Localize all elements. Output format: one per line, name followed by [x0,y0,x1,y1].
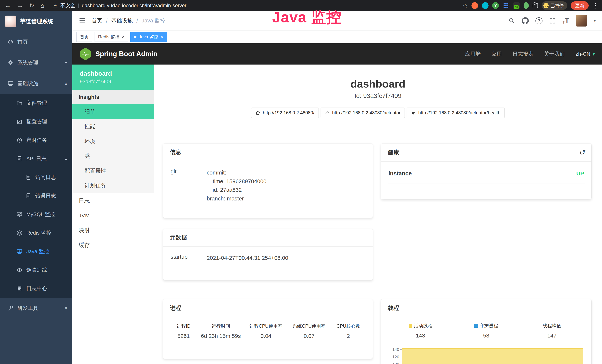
avatar-dropdown-icon[interactable] [594,19,596,23]
github-icon[interactable] [522,17,529,24]
info-git-row: git commit: time: 1596289704000 id: 27aa… [170,163,366,208]
address-bar[interactable]: 不安全 dashboard.yudao.iocoder.cn/infra/adm… [53,2,462,9]
spring-boot-logo-icon[interactable] [80,48,91,60]
sba-language-select[interactable]: zh-CN [576,51,595,57]
tab-label: Redis 监控 [98,34,119,40]
browser-forward-icon[interactable] [17,3,23,9]
process-col-sys-cpu: 系统CPU使用率 [288,323,331,329]
info-card: 信息 git commit: time: 1596289704000 id: 2… [163,143,373,218]
sidebar-item-file-management[interactable]: 文件管理 [0,94,72,112]
font-size-icon[interactable] [562,17,569,24]
sidebar-item-access-log[interactable]: 访问日志 [0,168,72,187]
fullscreen-icon[interactable] [549,17,556,24]
sidebar-item-scheduled-jobs[interactable]: 定时任务 [0,131,72,150]
browser-home-icon[interactable] [41,3,44,9]
process-card-title: 进程 [163,299,373,317]
tab-close-icon[interactable] [161,34,163,40]
info-card-title: 信息 [163,143,373,161]
extension-drop-icon[interactable] [482,2,489,9]
tab-label: 首页 [80,34,89,40]
extension-grid-icon[interactable] [503,2,509,9]
wrench-icon [325,110,330,115]
sidebar-item-system[interactable]: 系统管理 [0,52,72,73]
sidebar-item-java-monitor[interactable]: Java 监控 [0,242,72,261]
threads-chart-y-axis: 140 120 100 [388,346,402,364]
sba-menu-scheduled-tasks[interactable]: 计划任务 [72,178,154,193]
sidebar-item-mysql-monitor[interactable]: MySQL 监控 [0,205,72,224]
sidebar-item-home[interactable]: 首页 [0,32,72,52]
sidebar-item-log-center[interactable]: 日志中心 [0,279,72,298]
extension-y-icon[interactable] [492,2,499,9]
tabs-bar: 首页 Redis 监控 Java 监控 [72,30,602,43]
process-cores-value: 2 [331,333,366,339]
sidebar-item-dev-tools[interactable]: 研发工具 [0,298,72,319]
url-text[interactable]: dashboard.yudao.iocoder.cn/infra/admin-s… [82,3,186,9]
tab-java-monitor[interactable]: Java 监控 [130,32,167,42]
actuator-url-button[interactable]: http://192.168.0.2:48080/actuator [321,107,405,118]
sba-sidebar: dashboard 93a3fc7f7409 Insights 细节 性能 环境… [72,64,154,364]
extension-on-badge-icon[interactable]: on [513,2,520,9]
sidebar-item-config-management[interactable]: 配置管理 [0,112,72,131]
sba-brand[interactable]: Spring Boot Admin [95,50,158,58]
health-url-button[interactable]: http://192.168.0.2:48080/actuator/health [407,107,505,118]
sba-instance-header[interactable]: dashboard 93a3fc7f7409 [72,64,154,90]
sba-menu-details[interactable]: 细节 [72,104,154,119]
live-threads-value: 143 [388,332,453,339]
home-icon [256,110,260,115]
sba-menu-environment[interactable]: 环境 [72,134,154,149]
process-col-uptime: 运行时间 [197,323,244,329]
sba-menu-jvm[interactable]: JVM [72,208,154,223]
extension-leaf-icon[interactable] [522,2,530,10]
app-logo [5,16,16,27]
profile-paused-badge[interactable]: 已暂停 [542,1,567,10]
sba-menu-config-properties[interactable]: 配置属性 [72,163,154,178]
service-url: http://192.168.0.2:48080/ [263,110,314,116]
breadcrumb: 首页 基础设施 Java 监控 [92,17,165,24]
update-button[interactable]: 更新 [571,1,589,10]
metadata-value: 2021-04-27T00:44:31.254+08:00 [207,254,288,262]
extensions-puzzle-icon[interactable] [533,3,538,8]
sidebar-item-redis-monitor[interactable]: Redis 监控 [0,224,72,242]
metadata-card: 元数据 startup 2021-04-27T00:44:31.254+08:0… [163,229,373,280]
peak-threads-label: 线程峰值 [543,323,561,329]
health-instance-label: Instance [388,170,412,177]
threads-chart-plot [402,346,585,364]
address-separator [78,3,79,9]
health-instance-row[interactable]: Instance UP [388,163,585,184]
sba-menu-performance[interactable]: 性能 [72,119,154,134]
extension-orange-icon[interactable] [472,2,478,9]
chevron-down-icon [65,306,67,311]
sidebar-item-infra[interactable]: 基础设施 [0,73,72,94]
help-icon[interactable] [536,17,542,24]
metadata-key: startup [171,254,207,262]
browser-reload-icon[interactable] [29,3,34,9]
service-url-button[interactable]: http://192.168.0.2:48080/ [251,107,319,118]
search-icon[interactable] [508,17,515,24]
user-avatar[interactable] [576,15,587,27]
sba-menu-logs[interactable]: 日志 [72,193,154,208]
sba-nav-about[interactable]: 关于我们 [544,50,565,57]
browser-menu-icon[interactable] [592,2,599,9]
hamburger-icon[interactable] [79,17,86,25]
breadcrumb-infra[interactable]: 基础设施 [111,17,133,24]
tab-home[interactable]: 首页 [76,32,92,42]
bookmark-star-icon[interactable] [462,3,468,9]
process-table-values: 5261 6d 23h 15m 59s 0.04 0.07 2 [170,333,366,344]
sba-menu-caches[interactable]: 缓存 [72,238,154,253]
sba-menu-mappings[interactable]: 映射 [72,223,154,238]
browser-back-icon[interactable] [5,3,11,9]
document-icon [25,174,32,181]
sidebar-item-trace[interactable]: 链路追踪 [0,261,72,279]
document-icon [25,193,32,199]
tab-redis-monitor[interactable]: Redis 监控 [95,32,128,42]
sidebar-item-api-log[interactable]: API 日志 [0,150,72,168]
sba-menu-classes[interactable]: 类 [72,149,154,163]
history-icon[interactable] [579,148,585,157]
sba-nav-wallboard[interactable]: 应用墙 [465,50,481,57]
tab-close-icon[interactable] [122,34,125,40]
sidebar-menu: 首页 系统管理 基础设施 文件管理 配置管 [0,32,72,319]
sidebar-item-error-log[interactable]: 错误日志 [0,187,72,205]
sba-nav-journal[interactable]: 日志报表 [513,50,533,57]
breadcrumb-home[interactable]: 首页 [92,17,102,24]
sba-nav-applications[interactable]: 应用 [492,50,502,57]
